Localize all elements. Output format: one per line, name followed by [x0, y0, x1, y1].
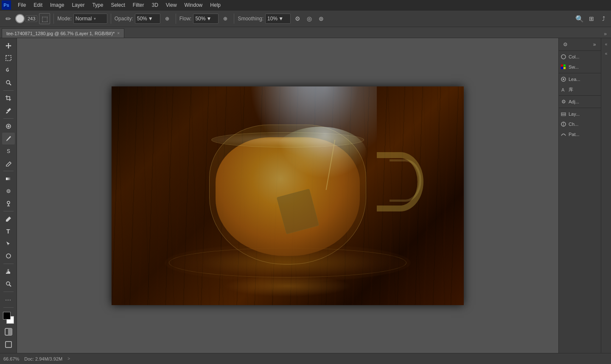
color-picker[interactable] — [2, 312, 15, 324]
paths-label: Pat... — [569, 132, 580, 137]
options-bar: ✏ 243 ⬚ Mode: Normal ▼ Opacity: 50% ▼ ⊕ … — [0, 10, 611, 27]
tab-close-btn[interactable]: × — [117, 31, 120, 36]
panel-adjustments[interactable]: ⚙ Adj... — [559, 97, 601, 107]
smoothing-settings-btn[interactable]: ⚙ — [292, 14, 303, 24]
brush-angle-btn[interactable]: ◎ — [304, 14, 314, 24]
right-panel: ⚙ » Col... Sw... Lea... — [558, 38, 601, 353]
path-select-btn[interactable] — [2, 238, 15, 250]
blur-btn[interactable] — [2, 185, 15, 197]
mode-value: Normal — [76, 16, 92, 22]
menu-layer[interactable]: Layer — [68, 1, 88, 9]
toolbar-separator-2 — [3, 118, 14, 119]
document-tab[interactable]: tee-1740871_1280.jpg @ 66.7% (Layer 1, R… — [2, 28, 124, 38]
svg-rect-22 — [563, 64, 566, 67]
left-toolbar: S T — [0, 38, 17, 353]
app-logo: Ps — [2, 0, 11, 10]
pen-btn[interactable] — [2, 213, 15, 225]
canvas-area[interactable] — [17, 38, 558, 353]
menu-3d[interactable]: 3D — [148, 1, 161, 9]
svg-text:A: A — [561, 87, 565, 92]
mode-dropdown[interactable]: Normal ▼ — [73, 14, 107, 24]
panel-libraries[interactable]: A 库 — [559, 84, 601, 94]
smoothing-control[interactable]: 10% ▼ — [265, 14, 291, 24]
panel-learn[interactable]: Lea... — [559, 74, 601, 84]
menu-bar: Ps File Edit Image Layer Type Select Fil… — [0, 0, 611, 10]
tab-expand-btn[interactable]: » — [601, 30, 609, 38]
foreground-color[interactable] — [3, 312, 11, 320]
clone-stamp-btn[interactable]: S — [2, 145, 15, 157]
svg-rect-23 — [561, 67, 563, 69]
svg-text:T: T — [6, 228, 10, 235]
symmetry-btn[interactable]: ⊛ — [316, 14, 326, 24]
shape-btn[interactable] — [2, 250, 15, 262]
panel-settings-icon[interactable]: ⚙ — [561, 40, 570, 49]
gradient-btn[interactable] — [2, 173, 15, 185]
quick-mask-btn[interactable] — [2, 326, 15, 338]
share-btn[interactable]: ⤴ — [598, 14, 608, 24]
layers-label: Lay... — [569, 111, 580, 117]
svg-line-2 — [9, 83, 11, 85]
flow-pressure-btn[interactable]: ⊕ — [220, 14, 230, 24]
svg-point-15 — [6, 282, 10, 285]
menu-help[interactable]: Help — [207, 1, 224, 9]
zoom-btn[interactable] — [2, 278, 15, 290]
opacity-control[interactable]: 50% ▼ — [135, 14, 160, 24]
smoothing-value: 10% — [267, 16, 277, 22]
channels-label: Ch... — [569, 122, 578, 127]
panel-paths[interactable]: Pat... — [559, 129, 601, 139]
svg-point-10 — [7, 201, 10, 204]
crop-btn[interactable] — [2, 92, 15, 104]
svg-rect-24 — [563, 67, 566, 69]
menu-type[interactable]: Type — [89, 1, 107, 9]
text-btn[interactable]: T — [2, 225, 15, 237]
select-rect-btn[interactable] — [2, 52, 15, 64]
brush-tool-icon[interactable]: ✏ — [3, 13, 14, 24]
hand-btn[interactable] — [2, 266, 15, 278]
menu-edit[interactable]: Edit — [30, 1, 46, 9]
colors-icon — [560, 53, 567, 61]
layers-icon — [560, 110, 567, 118]
main-area: S T — [0, 38, 611, 353]
search-btn[interactable]: 🔍 — [575, 14, 585, 24]
menu-window[interactable]: Window — [181, 1, 206, 9]
quick-select-btn[interactable] — [2, 77, 15, 89]
dodge-btn[interactable] — [2, 197, 15, 209]
menu-view[interactable]: View — [163, 1, 180, 9]
toolbar-separator-6 — [3, 292, 14, 292]
smoothing-arrow: ▼ — [278, 16, 283, 22]
svg-rect-28 — [561, 114, 566, 116]
panel-colors[interactable]: Col... — [559, 52, 601, 62]
brush-tool-btn[interactable] — [2, 133, 15, 144]
flow-control[interactable]: 50% ▼ — [193, 14, 219, 24]
brush-size-value[interactable]: 243 — [25, 15, 37, 22]
colors-label: Col... — [569, 54, 580, 59]
brush-preset-picker[interactable] — [15, 14, 25, 23]
menu-filter[interactable]: Filter — [129, 1, 148, 9]
eraser-btn[interactable] — [2, 157, 15, 169]
workspace-btn[interactable]: ⊞ — [586, 14, 597, 24]
screen-mode-btn[interactable] — [2, 339, 15, 350]
frp-toggle-2[interactable]: « — [602, 49, 611, 58]
frp-toggle-1[interactable]: « — [602, 40, 611, 48]
opacity-pressure-btn[interactable]: ⊕ — [162, 14, 172, 24]
panel-expand-icon[interactable]: » — [590, 40, 599, 49]
svg-text:S: S — [6, 148, 10, 154]
menu-select[interactable]: Select — [107, 1, 128, 9]
flow-value: 50% — [195, 16, 205, 22]
toolbar-separator-3 — [3, 171, 14, 171]
panel-layers[interactable]: Lay... — [559, 109, 601, 119]
panel-channels[interactable]: Ch... — [559, 119, 601, 129]
opacity-label: Opacity: — [115, 16, 133, 22]
status-arrow[interactable]: > — [67, 356, 70, 361]
canvas-container — [112, 86, 464, 305]
panel-swatches[interactable]: Sw... — [559, 62, 601, 72]
lasso-btn[interactable] — [2, 64, 15, 76]
svg-point-14 — [6, 254, 11, 258]
eyedropper-btn[interactable] — [2, 105, 15, 117]
menu-image[interactable]: Image — [47, 1, 67, 9]
more-tools-btn[interactable]: ··· — [2, 294, 15, 306]
menu-file[interactable]: File — [14, 1, 29, 9]
healing-brush-btn[interactable] — [2, 120, 15, 132]
brush-settings-toggle[interactable]: ⬚ — [39, 13, 50, 24]
move-tool-btn[interactable] — [2, 40, 15, 52]
